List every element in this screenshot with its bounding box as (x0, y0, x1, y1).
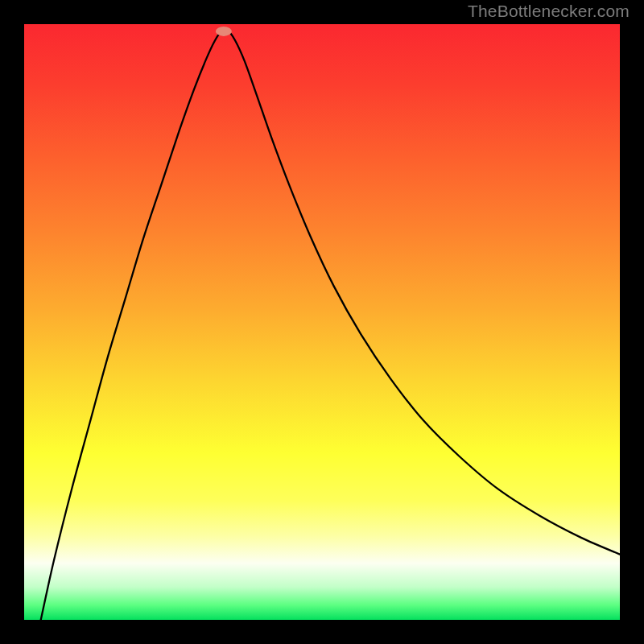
optimal-marker (216, 27, 232, 36)
bottleneck-chart (0, 0, 644, 644)
chart-frame: TheBottlenecker.com (0, 0, 644, 644)
plot-background (24, 24, 620, 620)
